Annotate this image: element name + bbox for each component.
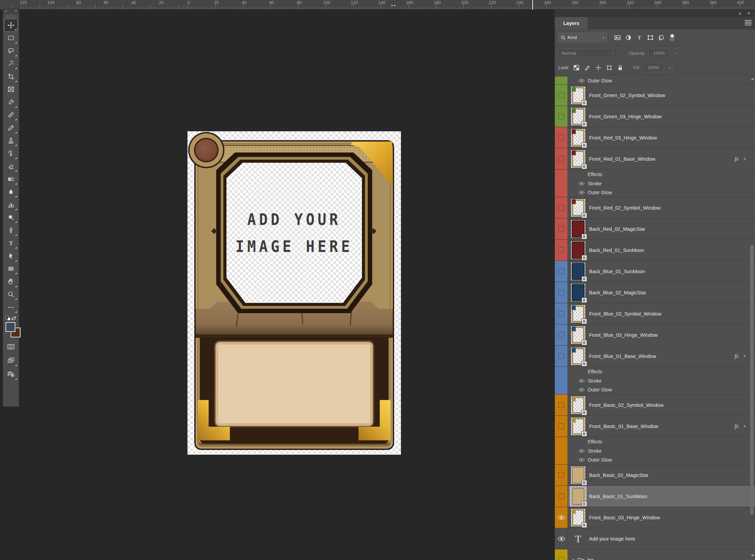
layer-visibility-well[interactable] [555, 324, 568, 345]
layer-thumbnail[interactable] [571, 305, 586, 323]
layer-visibility-well[interactable] [555, 367, 568, 376]
layer-visibility-well[interactable] [555, 465, 568, 485]
marquee-tool[interactable] [4, 32, 18, 45]
layer-visibility-well[interactable] [555, 437, 568, 446]
effect-row[interactable]: Stroke [555, 179, 755, 188]
hidden-layer-box[interactable] [558, 557, 564, 560]
layer-visibility-well[interactable] [555, 85, 568, 106]
layer-name[interactable]: Front_Basic_01_Base_Window [589, 424, 734, 429]
layer-thumbnail[interactable] [571, 347, 586, 365]
layer-thumbnail[interactable] [571, 262, 586, 281]
scroll-down-icon[interactable] [751, 555, 754, 557]
type-layer-filter-icon[interactable]: T [634, 33, 645, 42]
layer-visibility-well[interactable] [555, 218, 568, 239]
adjustment-layer-filter-icon[interactable] [623, 33, 634, 42]
gradient-tool[interactable] [4, 173, 18, 186]
layer-visibility-well[interactable] [555, 455, 568, 464]
swap-colors-icon[interactable] [11, 316, 16, 321]
magic-wand-tool[interactable] [4, 57, 18, 70]
hidden-layer-box[interactable] [558, 423, 564, 429]
layer-name[interactable]: Front_Green_03_Hinge_Window [589, 114, 755, 119]
layer-thumbnail[interactable] [571, 220, 586, 238]
layer-name[interactable]: bg [588, 557, 755, 560]
effects-header-row[interactable]: Effects [555, 437, 755, 446]
layer-row[interactable]: Front_Basic_01_Base_Windowfx∧ [555, 416, 755, 437]
panel-menu-icon[interactable] [745, 20, 752, 26]
layers-scrollbar[interactable] [750, 78, 754, 558]
layer-visibility-well[interactable] [555, 346, 568, 366]
layer-visibility-well[interactable] [555, 282, 568, 303]
layer-row[interactable]: Front_Green_02_Symbol_Window [555, 85, 755, 106]
layer-visibility-well[interactable] [555, 385, 568, 394]
hidden-layer-box[interactable] [558, 92, 564, 98]
rectangle-tool[interactable] [4, 263, 18, 276]
layer-name[interactable]: Back_Red_01_SunMoon [589, 248, 755, 253]
healing-brush-tool[interactable] [4, 109, 18, 122]
layer-visibility-well[interactable] [555, 507, 568, 528]
effect-row[interactable]: Stroke [555, 376, 755, 385]
layer-visibility-well[interactable] [555, 303, 568, 324]
edit-toolbar[interactable] [4, 301, 18, 314]
eye-icon[interactable] [558, 515, 565, 520]
layer-row[interactable]: Front_Blue_03_Hinge_Window [555, 324, 755, 346]
effect-row[interactable]: Outer Glow [555, 77, 755, 85]
hidden-layer-box[interactable] [558, 226, 564, 232]
hidden-layer-box[interactable] [558, 311, 564, 317]
effect-eye-icon[interactable] [578, 79, 585, 83]
smart-object-filter-icon[interactable] [656, 33, 666, 42]
layer-name[interactable]: Front_Green_02_Symbol_Window [589, 93, 755, 98]
type-tool[interactable]: T [4, 237, 18, 250]
tools-close-icon[interactable]: × [15, 9, 17, 13]
layer-row[interactable]: Front_Green_03_Hinge_Window [555, 106, 755, 127]
eyedropper-tool[interactable] [4, 96, 18, 109]
effect-eye-icon[interactable] [578, 182, 585, 186]
lasso-tool[interactable] [4, 44, 18, 57]
layer-visibility-well[interactable] [555, 77, 568, 84]
effect-row[interactable]: Outer Glow [555, 188, 755, 197]
layer-row[interactable]: Back_Basic_01_SunMoon [555, 486, 755, 507]
hidden-layer-box[interactable] [558, 402, 564, 408]
effects-header-row[interactable]: Effects [555, 367, 755, 376]
layer-visibility-well[interactable] [555, 106, 568, 127]
layer-visibility-well[interactable] [555, 528, 568, 549]
layer-thumbnail[interactable] [571, 396, 586, 414]
scroll-up-icon[interactable] [751, 78, 754, 80]
zoom-tool[interactable] [4, 288, 18, 301]
move-tool[interactable] [4, 19, 18, 32]
layer-visibility-well[interactable] [555, 486, 568, 507]
fx-badge[interactable]: fx [734, 353, 739, 359]
effect-row[interactable]: Stroke [555, 446, 755, 455]
panel-close-icon[interactable]: × [747, 11, 750, 16]
effect-eye-icon[interactable] [578, 388, 585, 392]
path-selection-tool[interactable] [4, 250, 18, 263]
hidden-layer-box[interactable] [558, 205, 564, 211]
layer-name[interactable]: Front_Blue_01_Base_Window [589, 354, 734, 359]
fx-badge[interactable]: fx [734, 156, 739, 162]
layer-row[interactable]: Back_Blue_02_MagicStar [555, 282, 755, 303]
dodge-tool[interactable] [4, 211, 18, 224]
effect-row[interactable]: Outer Glow [555, 455, 755, 465]
lock-transparency-icon[interactable] [572, 64, 581, 71]
tools-collapse-icon[interactable]: » [5, 9, 7, 13]
pencil-tool[interactable] [4, 121, 18, 134]
history-brush-tool[interactable] [4, 147, 18, 160]
layer-thumbnail[interactable] [571, 86, 586, 105]
extra-tool-button[interactable] [4, 367, 18, 381]
layer-row[interactable]: Back_Blue_01_SunMoon [555, 261, 755, 282]
layer-row[interactable]: Front_Blue_01_Base_Windowfx∧ [555, 346, 755, 367]
default-colors-icon[interactable] [5, 316, 11, 321]
fx-collapse-icon[interactable]: ∧ [743, 354, 746, 358]
canvas-document[interactable]: ADD YOUR IMAGE HERE [187, 131, 401, 455]
effects-header-row[interactable]: Effects [555, 170, 755, 179]
layer-visibility-well[interactable] [555, 148, 568, 169]
layer-row[interactable]: Back_Basic_02_MagicStar [555, 465, 755, 486]
shape-layer-filter-icon[interactable] [645, 33, 655, 42]
foreground-color-swatch[interactable] [5, 322, 15, 332]
lock-paint-icon[interactable] [583, 64, 592, 71]
layer-row[interactable]: Front_Blue_02_Symbol_Window [555, 303, 755, 324]
hidden-layer-box[interactable] [558, 268, 564, 274]
hidden-layer-box[interactable] [558, 472, 564, 478]
layer-name[interactable]: Front_Blue_03_Hinge_Window [589, 332, 755, 338]
fx-collapse-icon[interactable]: ∧ [743, 424, 746, 428]
layer-thumbnail[interactable] [571, 466, 586, 484]
